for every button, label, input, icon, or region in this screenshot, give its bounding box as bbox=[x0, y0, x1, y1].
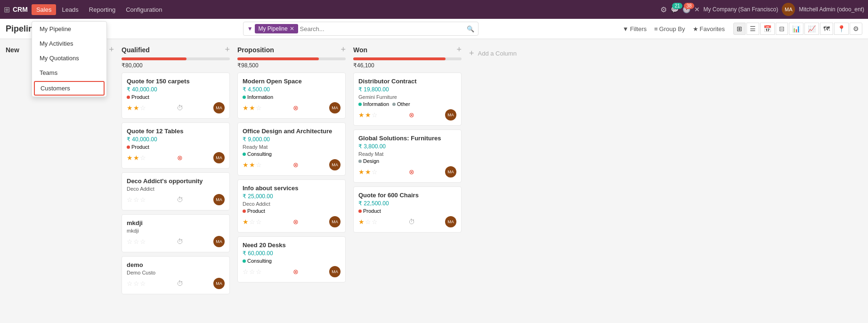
card-w3[interactable]: Quote for 600 Chairs ₹ 22,500.00 Product… bbox=[353, 186, 462, 233]
tag-dot bbox=[127, 145, 130, 149]
column-title-qualified: Qualified bbox=[122, 46, 150, 54]
card-title: Global Solutions: Furnitures bbox=[358, 135, 456, 142]
card-footer: ★★☆ ⊗ MA bbox=[127, 152, 225, 163]
cancel-icon[interactable]: ⊗ bbox=[293, 161, 299, 169]
dropdown-my-activities[interactable]: My Activities bbox=[32, 36, 106, 51]
card-title: Quote for 12 Tables bbox=[127, 128, 225, 135]
star-1: ★ bbox=[249, 104, 255, 112]
cancel-icon[interactable]: ⊗ bbox=[293, 104, 299, 112]
progress-fill-won bbox=[353, 57, 446, 60]
card-title: Quote for 150 carpets bbox=[127, 78, 225, 85]
card-avatar: MA bbox=[329, 266, 341, 277]
add-column-button[interactable]: + Add a Column bbox=[469, 48, 517, 58]
favorites-button[interactable]: ★ Favorites bbox=[690, 24, 728, 34]
user-avatar[interactable]: MA bbox=[782, 3, 795, 16]
stars: ★★☆ bbox=[358, 111, 378, 119]
nav-leads[interactable]: Leads bbox=[57, 4, 83, 15]
card-p2[interactable]: Office Design and Architecture ₹ 9,000.0… bbox=[237, 122, 346, 176]
column-won: Won + ₹46,100 Distributor Contract ₹ 19,… bbox=[353, 45, 462, 319]
stars: ★☆☆ bbox=[358, 218, 378, 226]
card-p1[interactable]: Modern Open Space ₹ 4,500.00 Information… bbox=[237, 73, 346, 119]
filter-tag: My Pipeline ✕ bbox=[255, 24, 298, 33]
star-1: ★ bbox=[133, 104, 139, 112]
tag-label: Design bbox=[363, 158, 379, 164]
search-input[interactable] bbox=[300, 25, 379, 32]
star-1: ☆ bbox=[133, 280, 139, 287]
column-add-qualified[interactable]: + bbox=[225, 45, 230, 55]
card-title: Need 20 Desks bbox=[243, 242, 341, 249]
card-footer: ☆☆☆ ⊗ MA bbox=[243, 266, 341, 277]
tag-label: Product bbox=[363, 208, 381, 214]
group-by-button[interactable]: ≡ Group By bbox=[651, 24, 688, 34]
card-company: Deco Addict bbox=[243, 201, 341, 207]
progress-fill-qualified bbox=[122, 57, 187, 60]
chart-view-icon[interactable]: 📊 bbox=[789, 23, 803, 35]
column-add-new[interactable]: + bbox=[109, 45, 114, 55]
dropdown-teams[interactable]: Teams bbox=[32, 65, 106, 80]
column-add-won[interactable]: + bbox=[456, 45, 462, 55]
nav-reporting[interactable]: Reporting bbox=[84, 4, 120, 15]
close-icon[interactable]: ✕ bbox=[694, 6, 700, 13]
card-tag: Consulting bbox=[243, 151, 341, 157]
column-amount-proposition: ₹98,500 bbox=[237, 62, 346, 69]
card-avatar: MA bbox=[213, 152, 225, 163]
bar-view-icon[interactable]: 📈 bbox=[804, 23, 819, 35]
map-view-icon[interactable]: 🗺 bbox=[820, 23, 833, 35]
stars: ☆☆☆ bbox=[127, 280, 146, 287]
card-q5[interactable]: demo Demo Custo ☆☆☆ ⏱ MA bbox=[122, 256, 230, 294]
dropdown-my-pipeline[interactable]: My Pipeline bbox=[32, 22, 106, 36]
star-1: ☆ bbox=[249, 218, 255, 226]
filters-button[interactable]: ▼ Filters bbox=[620, 24, 649, 34]
settings-view-icon[interactable]: ⚙ bbox=[850, 23, 862, 35]
filter-tag-close[interactable]: ✕ bbox=[290, 25, 294, 32]
stars: ★★☆ bbox=[127, 154, 146, 162]
column-add-proposition[interactable]: + bbox=[341, 45, 346, 55]
column-title-new: New bbox=[6, 46, 19, 54]
activity-icon[interactable]: 🕐 38 bbox=[682, 6, 690, 13]
kanban-view-icon[interactable]: ⊞ bbox=[733, 23, 746, 35]
card-tag: Information Other bbox=[358, 101, 456, 107]
table-view-icon[interactable]: ⊟ bbox=[776, 23, 788, 35]
cancel-icon[interactable]: ⊗ bbox=[409, 111, 414, 119]
card-p4[interactable]: Need 20 Desks ₹ 60,000.00 Consulting ☆☆☆… bbox=[237, 236, 346, 283]
star-2: ☆ bbox=[140, 196, 146, 203]
cancel-icon[interactable]: ⊗ bbox=[409, 168, 414, 176]
card-tag: Product bbox=[127, 94, 225, 100]
settings-icon[interactable]: ⚙ bbox=[660, 5, 667, 14]
card-w1[interactable]: Distributor Contract ₹ 19,800.00 Gemini … bbox=[353, 73, 462, 126]
star-2: ☆ bbox=[372, 218, 378, 226]
tag-dot bbox=[243, 210, 246, 213]
card-w2[interactable]: Global Solutions: Furnitures ₹ 3,800.00 … bbox=[353, 129, 462, 183]
tag-dot bbox=[358, 103, 362, 106]
card-q3[interactable]: Deco Addict's opportunity Deco Addict ☆☆… bbox=[122, 172, 230, 210]
card-amount: ₹ 4,500.00 bbox=[243, 86, 341, 93]
card-q2[interactable]: Quote for 12 Tables ₹ 40,000.00 Product … bbox=[122, 122, 230, 169]
card-p3[interactable]: Info about services ₹ 25,000.00 Deco Add… bbox=[237, 179, 346, 233]
card-q1[interactable]: Quote for 150 carpets ₹ 40,000.00 Produc… bbox=[122, 73, 230, 119]
star-0: ☆ bbox=[127, 196, 133, 203]
card-avatar: MA bbox=[213, 236, 225, 247]
nav-sales[interactable]: Sales bbox=[32, 4, 57, 15]
search-icon[interactable]: 🔍 bbox=[467, 25, 474, 32]
dropdown-my-quotations[interactable]: My Quotations bbox=[32, 51, 106, 65]
stars: ★★☆ bbox=[243, 161, 262, 169]
card-amount: ₹ 3,800.00 bbox=[358, 143, 456, 150]
card-footer: ★★☆ ⊗ MA bbox=[243, 102, 341, 113]
nav-configuration[interactable]: Configuration bbox=[121, 4, 167, 15]
cancel-icon[interactable]: ⊗ bbox=[177, 154, 183, 162]
card-title: Info about services bbox=[243, 185, 341, 192]
pin-view-icon[interactable]: 📍 bbox=[834, 23, 849, 35]
calendar-view-icon[interactable]: 📅 bbox=[760, 23, 775, 35]
card-amount: ₹ 40,000.00 bbox=[127, 86, 225, 93]
list-view-icon[interactable]: ☰ bbox=[746, 23, 759, 35]
stars: ★★☆ bbox=[127, 104, 146, 112]
card-q4[interactable]: mkdji mkdji ☆☆☆ ⏱ MA bbox=[122, 214, 230, 252]
cancel-icon[interactable]: ⊗ bbox=[293, 218, 299, 226]
star-0: ★ bbox=[358, 111, 365, 119]
column-proposition: Proposition + ₹98,500 Modern Open Space … bbox=[237, 45, 346, 319]
dropdown-customers[interactable]: Customers bbox=[34, 81, 105, 96]
grid-icon[interactable]: ⊞ bbox=[4, 5, 10, 14]
chat-icon[interactable]: 💬 21 bbox=[671, 6, 679, 13]
column-amount-qualified: ₹80,000 bbox=[122, 62, 230, 69]
cancel-icon[interactable]: ⊗ bbox=[293, 268, 299, 275]
